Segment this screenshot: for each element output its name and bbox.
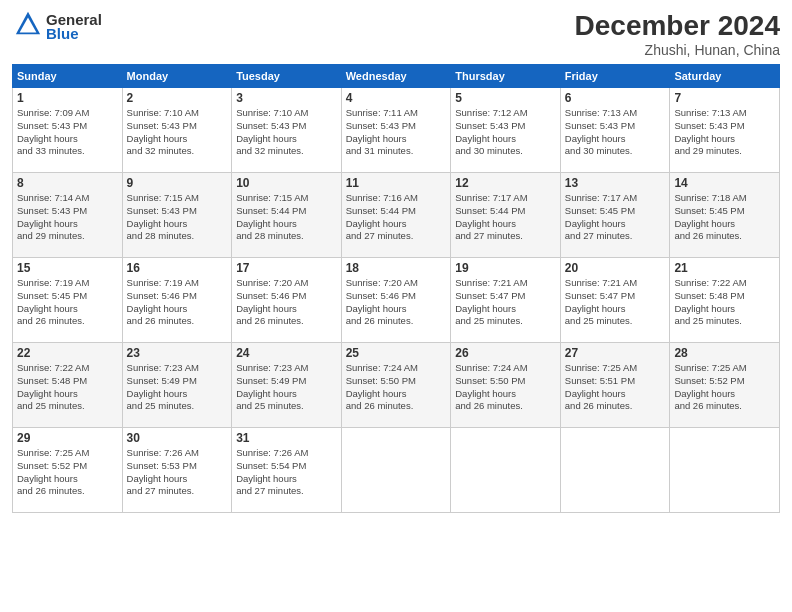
day-cell-2: 2 Sunrise: 7:10 AM Sunset: 5:43 PM Dayli…: [122, 88, 232, 173]
day-number: 15: [17, 261, 118, 275]
day-number: 14: [674, 176, 775, 190]
day-cell-11: 11 Sunrise: 7:16 AM Sunset: 5:44 PM Dayl…: [341, 173, 451, 258]
week-row-2: 8 Sunrise: 7:14 AM Sunset: 5:43 PM Dayli…: [13, 173, 780, 258]
col-thursday: Thursday: [451, 65, 561, 88]
day-number: 23: [127, 346, 228, 360]
day-cell-17: 17 Sunrise: 7:20 AM Sunset: 5:46 PM Dayl…: [232, 258, 342, 343]
day-info: Sunrise: 7:24 AM Sunset: 5:50 PM Dayligh…: [455, 362, 556, 413]
calendar-header-row: Sunday Monday Tuesday Wednesday Thursday…: [13, 65, 780, 88]
day-number: 12: [455, 176, 556, 190]
day-number: 24: [236, 346, 337, 360]
day-cell-18: 18 Sunrise: 7:20 AM Sunset: 5:46 PM Dayl…: [341, 258, 451, 343]
col-wednesday: Wednesday: [341, 65, 451, 88]
day-number: 20: [565, 261, 666, 275]
day-cell-1: 1 Sunrise: 7:09 AM Sunset: 5:43 PM Dayli…: [13, 88, 123, 173]
day-number: 7: [674, 91, 775, 105]
day-info: Sunrise: 7:14 AM Sunset: 5:43 PM Dayligh…: [17, 192, 118, 243]
day-number: 25: [346, 346, 447, 360]
col-sunday: Sunday: [13, 65, 123, 88]
day-number: 28: [674, 346, 775, 360]
day-info: Sunrise: 7:15 AM Sunset: 5:44 PM Dayligh…: [236, 192, 337, 243]
day-cell-31: 31 Sunrise: 7:26 AM Sunset: 5:54 PM Dayl…: [232, 428, 342, 513]
day-info: Sunrise: 7:18 AM Sunset: 5:45 PM Dayligh…: [674, 192, 775, 243]
day-cell-28: 28 Sunrise: 7:25 AM Sunset: 5:52 PM Dayl…: [670, 343, 780, 428]
week-row-3: 15 Sunrise: 7:19 AM Sunset: 5:45 PM Dayl…: [13, 258, 780, 343]
day-number: 27: [565, 346, 666, 360]
day-cell-3: 3 Sunrise: 7:10 AM Sunset: 5:43 PM Dayli…: [232, 88, 342, 173]
day-info: Sunrise: 7:25 AM Sunset: 5:51 PM Dayligh…: [565, 362, 666, 413]
day-info: Sunrise: 7:21 AM Sunset: 5:47 PM Dayligh…: [455, 277, 556, 328]
day-info: Sunrise: 7:20 AM Sunset: 5:46 PM Dayligh…: [346, 277, 447, 328]
logo: General Blue: [12, 10, 102, 42]
day-cell-7: 7 Sunrise: 7:13 AM Sunset: 5:43 PM Dayli…: [670, 88, 780, 173]
title-block: December 2024 Zhushi, Hunan, China: [575, 10, 780, 58]
subtitle: Zhushi, Hunan, China: [575, 42, 780, 58]
main-title: December 2024: [575, 10, 780, 42]
day-number: 4: [346, 91, 447, 105]
week-row-4: 22 Sunrise: 7:22 AM Sunset: 5:48 PM Dayl…: [13, 343, 780, 428]
day-info: Sunrise: 7:12 AM Sunset: 5:43 PM Dayligh…: [455, 107, 556, 158]
col-friday: Friday: [560, 65, 670, 88]
day-cell-15: 15 Sunrise: 7:19 AM Sunset: 5:45 PM Dayl…: [13, 258, 123, 343]
day-number: 11: [346, 176, 447, 190]
day-number: 19: [455, 261, 556, 275]
day-number: 29: [17, 431, 118, 445]
day-info: Sunrise: 7:19 AM Sunset: 5:45 PM Dayligh…: [17, 277, 118, 328]
week-row-1: 1 Sunrise: 7:09 AM Sunset: 5:43 PM Dayli…: [13, 88, 780, 173]
day-info: Sunrise: 7:26 AM Sunset: 5:53 PM Dayligh…: [127, 447, 228, 498]
day-cell-24: 24 Sunrise: 7:23 AM Sunset: 5:49 PM Dayl…: [232, 343, 342, 428]
day-number: 8: [17, 176, 118, 190]
day-info: Sunrise: 7:25 AM Sunset: 5:52 PM Dayligh…: [17, 447, 118, 498]
day-cell-21: 21 Sunrise: 7:22 AM Sunset: 5:48 PM Dayl…: [670, 258, 780, 343]
day-info: Sunrise: 7:10 AM Sunset: 5:43 PM Dayligh…: [236, 107, 337, 158]
day-info: Sunrise: 7:09 AM Sunset: 5:43 PM Dayligh…: [17, 107, 118, 158]
day-cell-19: 19 Sunrise: 7:21 AM Sunset: 5:47 PM Dayl…: [451, 258, 561, 343]
day-cell-25: 25 Sunrise: 7:24 AM Sunset: 5:50 PM Dayl…: [341, 343, 451, 428]
day-info: Sunrise: 7:22 AM Sunset: 5:48 PM Dayligh…: [17, 362, 118, 413]
logo-icon: [14, 10, 42, 38]
day-info: Sunrise: 7:23 AM Sunset: 5:49 PM Dayligh…: [127, 362, 228, 413]
day-info: Sunrise: 7:13 AM Sunset: 5:43 PM Dayligh…: [565, 107, 666, 158]
day-cell-6: 6 Sunrise: 7:13 AM Sunset: 5:43 PM Dayli…: [560, 88, 670, 173]
col-tuesday: Tuesday: [232, 65, 342, 88]
empty-cell: [560, 428, 670, 513]
day-number: 1: [17, 91, 118, 105]
day-number: 26: [455, 346, 556, 360]
col-saturday: Saturday: [670, 65, 780, 88]
day-number: 22: [17, 346, 118, 360]
day-number: 9: [127, 176, 228, 190]
day-number: 30: [127, 431, 228, 445]
day-number: 6: [565, 91, 666, 105]
day-info: Sunrise: 7:10 AM Sunset: 5:43 PM Dayligh…: [127, 107, 228, 158]
day-info: Sunrise: 7:16 AM Sunset: 5:44 PM Dayligh…: [346, 192, 447, 243]
day-info: Sunrise: 7:15 AM Sunset: 5:43 PM Dayligh…: [127, 192, 228, 243]
day-cell-22: 22 Sunrise: 7:22 AM Sunset: 5:48 PM Dayl…: [13, 343, 123, 428]
day-info: Sunrise: 7:17 AM Sunset: 5:44 PM Dayligh…: [455, 192, 556, 243]
calendar-table: Sunday Monday Tuesday Wednesday Thursday…: [12, 64, 780, 513]
day-cell-13: 13 Sunrise: 7:17 AM Sunset: 5:45 PM Dayl…: [560, 173, 670, 258]
day-info: Sunrise: 7:21 AM Sunset: 5:47 PM Dayligh…: [565, 277, 666, 328]
day-number: 2: [127, 91, 228, 105]
day-info: Sunrise: 7:19 AM Sunset: 5:46 PM Dayligh…: [127, 277, 228, 328]
day-number: 18: [346, 261, 447, 275]
day-cell-8: 8 Sunrise: 7:14 AM Sunset: 5:43 PM Dayli…: [13, 173, 123, 258]
day-cell-20: 20 Sunrise: 7:21 AM Sunset: 5:47 PM Dayl…: [560, 258, 670, 343]
day-number: 16: [127, 261, 228, 275]
day-number: 21: [674, 261, 775, 275]
day-info: Sunrise: 7:26 AM Sunset: 5:54 PM Dayligh…: [236, 447, 337, 498]
day-info: Sunrise: 7:22 AM Sunset: 5:48 PM Dayligh…: [674, 277, 775, 328]
day-info: Sunrise: 7:23 AM Sunset: 5:49 PM Dayligh…: [236, 362, 337, 413]
day-info: Sunrise: 7:25 AM Sunset: 5:52 PM Dayligh…: [674, 362, 775, 413]
day-cell-30: 30 Sunrise: 7:26 AM Sunset: 5:53 PM Dayl…: [122, 428, 232, 513]
day-number: 5: [455, 91, 556, 105]
day-cell-23: 23 Sunrise: 7:23 AM Sunset: 5:49 PM Dayl…: [122, 343, 232, 428]
day-number: 3: [236, 91, 337, 105]
empty-cell: [341, 428, 451, 513]
day-cell-12: 12 Sunrise: 7:17 AM Sunset: 5:44 PM Dayl…: [451, 173, 561, 258]
day-info: Sunrise: 7:20 AM Sunset: 5:46 PM Dayligh…: [236, 277, 337, 328]
day-cell-9: 9 Sunrise: 7:15 AM Sunset: 5:43 PM Dayli…: [122, 173, 232, 258]
col-monday: Monday: [122, 65, 232, 88]
week-row-5: 29 Sunrise: 7:25 AM Sunset: 5:52 PM Dayl…: [13, 428, 780, 513]
day-info: Sunrise: 7:24 AM Sunset: 5:50 PM Dayligh…: [346, 362, 447, 413]
day-cell-27: 27 Sunrise: 7:25 AM Sunset: 5:51 PM Dayl…: [560, 343, 670, 428]
